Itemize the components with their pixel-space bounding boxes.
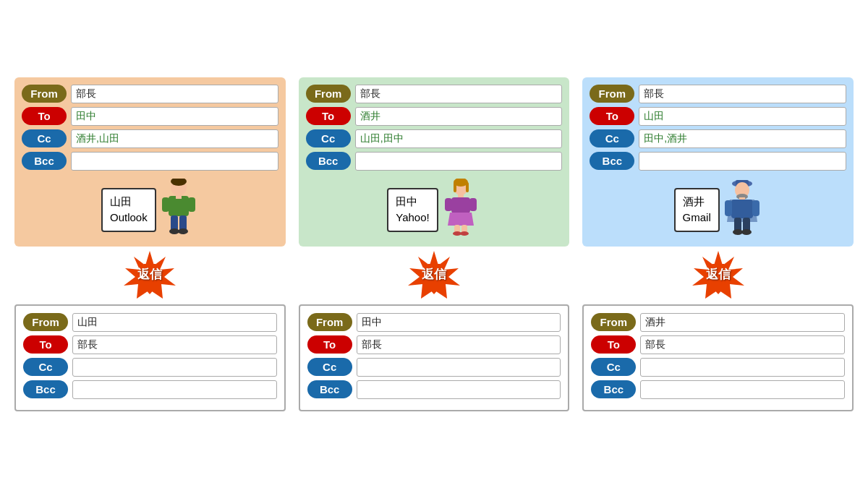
email-row-cc: Cc <box>591 358 845 377</box>
cc-label: Cc <box>23 358 68 376</box>
reply-label: 返信 <box>422 265 446 282</box>
svg-point-8 <box>169 228 179 234</box>
to-label: To <box>591 335 636 354</box>
email-row-to: To部長 <box>591 335 845 354</box>
character-area: 酒井Gmail <box>590 174 846 239</box>
email-row-bcc: Bcc <box>22 152 278 171</box>
to-value: 部長 <box>357 335 561 354</box>
email-row-bcc: Bcc <box>590 152 846 171</box>
to-value: 部長 <box>72 335 277 354</box>
character-svg <box>723 179 762 236</box>
svg-rect-15 <box>466 182 469 192</box>
email-row-from: From部長 <box>22 85 278 103</box>
email-card: From酒井To部長CcBcc <box>582 304 854 411</box>
character-svg <box>441 179 481 236</box>
reply-arrow: 返信 <box>121 249 179 299</box>
email-row-cc: Cc山田,田中 <box>306 129 563 148</box>
email-card: From山田To部長CcBcc <box>14 304 286 411</box>
bcc-value <box>357 380 561 399</box>
column-col1: From部長To田中Cc酒井,山田Bcc山田Outlook 返信 <box>14 77 286 411</box>
cc-value <box>640 358 845 377</box>
email-row-from: From部長 <box>590 85 846 103</box>
svg-rect-19 <box>445 198 452 211</box>
svg-rect-14 <box>454 182 456 192</box>
to-label: To <box>590 107 634 125</box>
from-label: From <box>307 313 352 331</box>
from-value: 田中 <box>357 313 561 332</box>
speech-box: 田中Yahoo! <box>387 188 438 232</box>
reply-arrow: 返信 <box>405 249 463 299</box>
bcc-label: Bcc <box>306 152 351 170</box>
bcc-label: Bcc <box>591 380 636 398</box>
bcc-label: Bcc <box>307 380 352 398</box>
email-row-bcc: Bcc <box>591 380 845 399</box>
character-figure <box>159 179 199 239</box>
cc-value <box>357 358 561 377</box>
cc-label: Cc <box>307 358 352 376</box>
reply-arrow: 返信 <box>689 249 747 299</box>
email-row-to: To部長 <box>23 335 277 354</box>
character-svg <box>159 179 199 236</box>
character-area: 山田Outlook <box>22 174 278 239</box>
from-value: 部長 <box>355 85 563 103</box>
column-col2: From部長To酒井Cc山田,田中Bcc田中Yahoo! <box>299 77 570 411</box>
from-value: 酒井 <box>640 313 845 332</box>
email-row-to: To酒井 <box>306 107 563 126</box>
to-value: 山田 <box>639 107 846 126</box>
reply-section: 返信 <box>14 249 286 301</box>
character-figure <box>723 179 762 239</box>
cc-value: 酒井,山田 <box>71 129 278 148</box>
svg-rect-5 <box>188 197 195 212</box>
bcc-value <box>640 380 845 399</box>
column-col3: From部長To山田Cc田中,酒井Bcc酒井Gmail <box>582 77 854 411</box>
cc-value <box>72 358 277 377</box>
bcc-label: Bcc <box>23 380 68 398</box>
email-row-cc: Cc酒井,山田 <box>22 129 278 148</box>
svg-point-9 <box>178 228 188 234</box>
cc-label: Cc <box>591 358 636 376</box>
svg-rect-17 <box>451 197 470 213</box>
cc-label: Cc <box>22 129 67 147</box>
cc-value: 山田,田中 <box>355 129 563 148</box>
to-label: To <box>23 335 68 354</box>
character-figure <box>441 179 481 239</box>
from-label: From <box>591 313 636 331</box>
reply-label: 返信 <box>137 265 162 282</box>
main-container: From部長To田中Cc酒井,山田Bcc山田Outlook 返信 <box>0 70 868 419</box>
email-card: From田中To部長CcBcc <box>299 304 570 411</box>
reply-section: 返信 <box>582 249 854 301</box>
speech-box: 山田Outlook <box>101 188 156 232</box>
from-value: 山田 <box>72 313 277 332</box>
to-value: 部長 <box>640 335 845 354</box>
to-label: To <box>307 335 352 354</box>
email-row-bcc: Bcc <box>306 152 563 171</box>
svg-rect-20 <box>469 198 477 211</box>
svg-point-24 <box>460 231 469 236</box>
email-card: From部長To山田Cc田中,酒井Bcc酒井Gmail <box>582 77 854 247</box>
bcc-value <box>71 152 278 171</box>
svg-marker-18 <box>448 213 474 226</box>
email-row-cc: Cc <box>23 358 277 377</box>
cc-value: 田中,酒井 <box>639 129 846 148</box>
from-value: 部長 <box>71 85 278 103</box>
email-card: From部長To酒井Cc山田,田中Bcc田中Yahoo! <box>299 77 570 247</box>
bcc-label: Bcc <box>22 152 67 170</box>
email-row-from: From田中 <box>307 313 561 332</box>
svg-rect-4 <box>162 197 169 212</box>
svg-rect-35 <box>752 200 760 216</box>
to-label: To <box>306 107 351 125</box>
to-value: 酒井 <box>355 107 563 126</box>
email-row-bcc: Bcc <box>307 380 561 399</box>
cc-label: Cc <box>306 129 351 147</box>
email-row-cc: Cc <box>307 358 561 377</box>
from-label: From <box>22 85 67 103</box>
from-label: From <box>23 313 68 331</box>
from-value: 部長 <box>639 85 846 103</box>
svg-point-38 <box>733 229 743 235</box>
email-row-from: From酒井 <box>591 313 845 332</box>
email-row-to: To田中 <box>22 107 278 126</box>
cc-label: Cc <box>590 129 634 147</box>
to-label: To <box>22 107 67 125</box>
svg-point-39 <box>741 229 752 235</box>
from-label: From <box>590 85 634 103</box>
